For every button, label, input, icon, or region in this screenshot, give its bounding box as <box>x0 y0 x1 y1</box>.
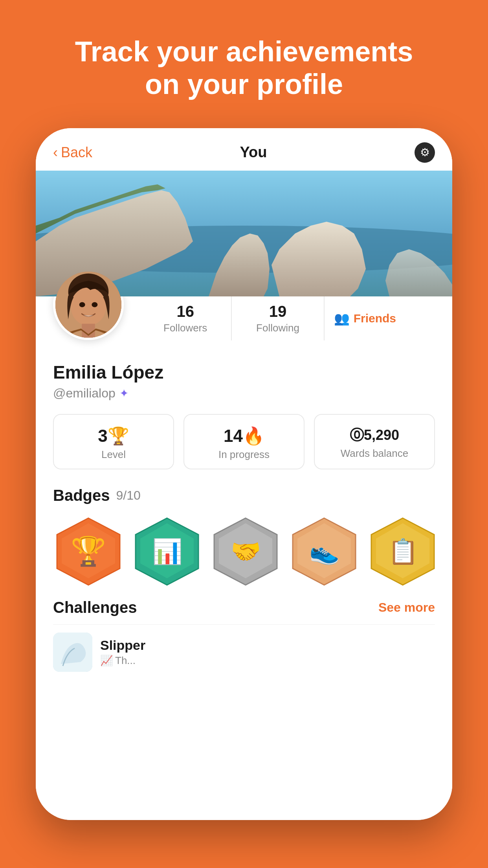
challenges-section: Challenges See more Slipper 📈 Th... <box>36 591 452 820</box>
friends-button[interactable]: 👥 Friends <box>325 305 435 332</box>
challenge-subtitle: 📈 Th... <box>100 655 435 667</box>
user-info: Emilia López @emilialop ✦ <box>36 352 452 405</box>
badges-section: Badges 9/10 🏆 <box>36 479 452 591</box>
challenge-thumb <box>53 633 92 672</box>
badge-shoe-icon: 👟 <box>309 537 339 566</box>
svg-point-4 <box>71 287 106 326</box>
challenge-name: Slipper <box>100 638 435 653</box>
handle-text: @emilialop <box>53 386 116 401</box>
in-progress-value: 14🔥 <box>192 426 296 446</box>
level-card[interactable]: 3🏆 Level <box>53 414 174 469</box>
badge-trophy-icon: 🏆 <box>71 535 106 568</box>
followers-stat[interactable]: 16 Followers <box>139 296 232 340</box>
verified-badge: ✦ <box>119 387 128 400</box>
wards-balance-card[interactable]: ⓪5,290 Wards balance <box>314 414 435 469</box>
challenge-thumb-svg <box>53 633 92 672</box>
badge-handshake[interactable]: 🤝 <box>210 516 281 587</box>
hero-line1: Track your achievements <box>75 36 413 67</box>
badges-header: Badges 9/10 <box>53 487 435 504</box>
badge-list[interactable]: 📋 <box>367 516 435 587</box>
friends-label: Friends <box>354 312 396 325</box>
followers-label: Followers <box>139 322 231 334</box>
badges-row: 🏆 📊 <box>53 516 435 587</box>
badges-title: Badges <box>53 487 110 504</box>
gear-icon: ⚙ <box>420 146 430 159</box>
nav-bar: ‹ Back You ⚙ <box>36 128 452 171</box>
chevron-left-icon: ‹ <box>53 144 58 161</box>
badge-shoe[interactable]: 👟 <box>289 516 360 587</box>
following-stat[interactable]: 19 Following <box>232 296 324 340</box>
hero-line2: on your profile <box>145 68 343 100</box>
user-handle: @emilialop ✦ <box>53 386 435 401</box>
badge-steps-icon: 📊 <box>152 537 182 566</box>
user-name: Emilia López <box>53 362 435 383</box>
in-progress-card[interactable]: 14🔥 In progress <box>183 414 305 469</box>
wards-value: ⓪5,290 <box>323 426 426 445</box>
progress-icon: 📈 <box>100 655 113 667</box>
level-label: Level <box>62 449 165 461</box>
svg-point-5 <box>79 302 85 307</box>
challenges-header: Challenges See more <box>53 599 435 616</box>
profile-section: 16 Followers 19 Following 👥 Friends <box>36 296 452 352</box>
avatar <box>53 269 124 340</box>
following-label: Following <box>232 322 323 334</box>
challenge-slipper[interactable]: Slipper 📈 Th... <box>53 624 435 680</box>
hero-text: Track your achievements on your profile <box>44 0 444 128</box>
back-label: Back <box>61 144 92 161</box>
badge-steps[interactable]: 📊 <box>132 516 202 587</box>
in-progress-label: In progress <box>192 449 296 461</box>
badge-handshake-icon: 🤝 <box>231 537 261 566</box>
stats-cards: 3🏆 Level 14🔥 In progress ⓪5,290 Wards ba… <box>36 405 452 479</box>
phone-frame: ‹ Back You ⚙ <box>36 128 452 820</box>
see-more-button[interactable]: See more <box>378 600 435 615</box>
settings-button[interactable]: ⚙ <box>415 142 435 163</box>
avatar-svg <box>55 272 121 338</box>
level-value: 3🏆 <box>62 426 165 446</box>
badge-trophy[interactable]: 🏆 <box>53 516 124 587</box>
challenges-title: Challenges <box>53 599 137 616</box>
badge-list-icon: 📋 <box>388 537 418 566</box>
challenge-info: Slipper 📈 Th... <box>100 638 435 667</box>
challenge-detail: Th... <box>115 655 136 667</box>
svg-point-6 <box>92 302 97 307</box>
friends-icon: 👥 <box>334 311 350 326</box>
followers-count: 16 <box>139 303 231 320</box>
nav-title: You <box>240 144 267 161</box>
back-button[interactable]: ‹ Back <box>53 144 92 161</box>
wards-label: Wards balance <box>323 447 426 460</box>
avatar-image <box>55 272 121 338</box>
stats-row: 16 Followers 19 Following 👥 Friends <box>139 296 435 340</box>
badges-count: 9/10 <box>116 488 141 503</box>
following-count: 19 <box>232 303 323 320</box>
